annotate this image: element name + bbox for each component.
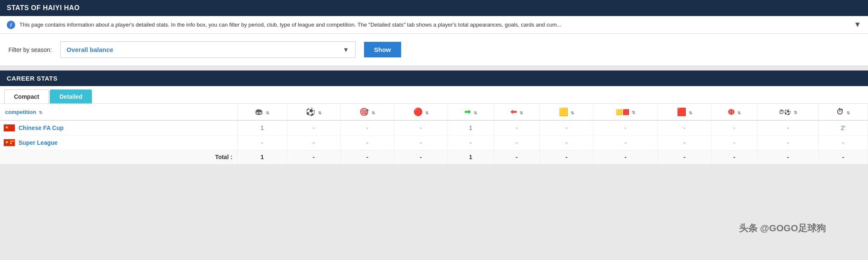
col-yellow[interactable]: 🟨 ⇅ xyxy=(540,104,593,120)
col-num11[interactable]: ⓫ ⇅ xyxy=(711,104,757,120)
col-sub-on[interactable]: ➡ ⇅ xyxy=(447,104,493,120)
show-button[interactable]: Show xyxy=(364,42,401,57)
goals-val-row1: - xyxy=(287,135,340,150)
appearances-val-row0: 1 xyxy=(237,120,287,135)
sub-off-val-row1: - xyxy=(494,135,540,150)
table-header-row: competition ⇅ 🏟 ⇅ ⚽ ⇅ 🎯 ⇅ 🔴 ⇅ xyxy=(0,104,868,120)
red-val-row1: - xyxy=(658,135,711,150)
yellow-red-val-row0: - xyxy=(593,120,658,135)
col-red[interactable]: 🟥 ⇅ xyxy=(658,104,711,120)
col-sub-off[interactable]: ⬅ ⇅ xyxy=(494,104,540,120)
shots-val-row1: - xyxy=(394,135,447,150)
col-time-played[interactable]: ⏱⚽ ⇅ xyxy=(757,104,819,120)
sort-icon: ⇅ xyxy=(372,111,375,115)
svg-rect-6 xyxy=(10,143,12,144)
total-assists: - xyxy=(340,150,394,164)
totals-row: Total : 1 - - - 1 - - - - - - - xyxy=(0,150,868,164)
sort-icon: ⇅ xyxy=(632,110,635,115)
page-title: STATS OF HAIYI HAO xyxy=(7,4,80,11)
svg-rect-4 xyxy=(10,141,12,142)
total-shots: - xyxy=(394,150,447,164)
stats-table: competition ⇅ 🏟 ⇅ ⚽ ⇅ 🎯 ⇅ 🔴 ⇅ xyxy=(0,104,868,164)
sort-icon: ⇅ xyxy=(39,110,42,115)
time-total-val-row1: - xyxy=(819,135,868,150)
red-card-icon: 🟥 xyxy=(677,108,686,116)
info-icon: i xyxy=(7,21,15,29)
appearances-icon: 🏟 xyxy=(255,108,263,116)
filter-bar: Filter by season: Overall balance ▼ Show xyxy=(0,34,868,66)
sort-icon: ⇅ xyxy=(571,111,574,115)
sort-icon: ⇅ xyxy=(474,111,477,115)
col-appearances[interactable]: 🏟 ⇅ xyxy=(237,104,287,120)
time-played-val-row1: - xyxy=(757,135,819,150)
sort-icon: ⇅ xyxy=(266,111,269,115)
ball-icon: ⚽ xyxy=(306,108,315,116)
total-yellow: - xyxy=(540,150,593,164)
sort-icon: ⇅ xyxy=(689,111,692,115)
sort-icon: ⇅ xyxy=(846,111,850,115)
sort-icon: ⇅ xyxy=(425,111,429,115)
filter-label: Filter by season: xyxy=(8,46,52,53)
chinese-fa-cup-link[interactable]: Chinese FA Cup xyxy=(19,125,64,131)
col-yellow-red[interactable]: 🟨🟥 ⇅ xyxy=(593,104,658,120)
red-val-row0: - xyxy=(658,120,711,135)
super-league-flag-icon xyxy=(3,139,15,146)
col-goals[interactable]: ⚽ ⇅ xyxy=(287,104,340,120)
competition-cell: Super League xyxy=(0,135,237,150)
cn-fa-cup-flag-icon xyxy=(3,124,15,132)
competition-sort-link[interactable]: competition xyxy=(5,109,36,115)
time-total-val-row0: 2' xyxy=(819,120,868,135)
total-label: Total : xyxy=(0,150,237,164)
total-sub-on: 1 xyxy=(447,150,493,164)
time-played-val-row0: - xyxy=(757,120,819,135)
svg-rect-2 xyxy=(4,139,15,146)
sub-off-icon: ⬅ xyxy=(510,108,517,116)
info-bar: i This page contains information about a… xyxy=(0,16,868,34)
shots-icon: 🔴 xyxy=(413,108,423,116)
total-num11: - xyxy=(711,150,757,164)
career-stats-header: CAREER STATS xyxy=(0,70,868,86)
sub-off-val-row0: - xyxy=(494,120,540,135)
page-wrapper: STATS OF HAIYI HAO i This page contains … xyxy=(0,0,868,164)
total-time-total: - xyxy=(819,150,868,164)
season-select[interactable]: Overall balance ▼ xyxy=(60,41,356,58)
num11-val-row1: - xyxy=(711,135,757,150)
col-shots[interactable]: 🔴 ⇅ xyxy=(394,104,447,120)
total-time-played: - xyxy=(757,150,819,164)
sub-on-icon: ➡ xyxy=(464,108,471,116)
col-time-total[interactable]: ⏱ ⇅ xyxy=(819,104,868,120)
num11-val-row0: - xyxy=(711,120,757,135)
yellow-red-val-row1: - xyxy=(593,135,658,150)
chevron-down-icon: ▼ xyxy=(343,46,349,53)
assists-val-row0: - xyxy=(340,120,394,135)
yellow-val-row0: - xyxy=(540,120,593,135)
info-text: This page contains information about a p… xyxy=(19,22,849,28)
total-goals: - xyxy=(287,150,340,164)
tab-detailed[interactable]: Detailed xyxy=(50,89,92,103)
total-red: - xyxy=(658,150,711,164)
yellow-red-card-icon: 🟨🟥 xyxy=(616,109,629,115)
sort-icon: ⇅ xyxy=(520,111,523,115)
time-total-icon: ⏱ xyxy=(836,108,844,116)
competition-cell-inner: Super League xyxy=(3,139,235,146)
sort-icon: ⇅ xyxy=(794,110,797,115)
super-league-link[interactable]: Super League xyxy=(19,139,58,146)
tab-compact[interactable]: Compact xyxy=(4,89,49,103)
total-sub-off: - xyxy=(494,150,540,164)
table-row: Super League - - - - - - - - - - - - xyxy=(0,135,868,150)
assist-icon: 🎯 xyxy=(359,108,369,116)
number11-icon: ⓫ xyxy=(728,108,734,116)
time-played-icon: ⏱⚽ xyxy=(779,109,791,115)
sub-on-val-row0: 1 xyxy=(447,120,493,135)
col-competition[interactable]: competition ⇅ xyxy=(0,104,237,120)
info-toggle-icon[interactable]: ▼ xyxy=(854,20,861,29)
sort-icon: ⇅ xyxy=(318,111,321,115)
career-stats-title: CAREER STATS xyxy=(7,75,57,82)
appearances-val-row1: - xyxy=(237,135,287,150)
season-select-value: Overall balance xyxy=(67,46,113,53)
competition-cell-inner: Chinese FA Cup xyxy=(3,124,235,132)
assists-val-row1: - xyxy=(340,135,394,150)
shots-val-row0: - xyxy=(394,120,447,135)
col-assists[interactable]: 🎯 ⇅ xyxy=(340,104,394,120)
competition-cell: Chinese FA Cup xyxy=(0,120,237,135)
